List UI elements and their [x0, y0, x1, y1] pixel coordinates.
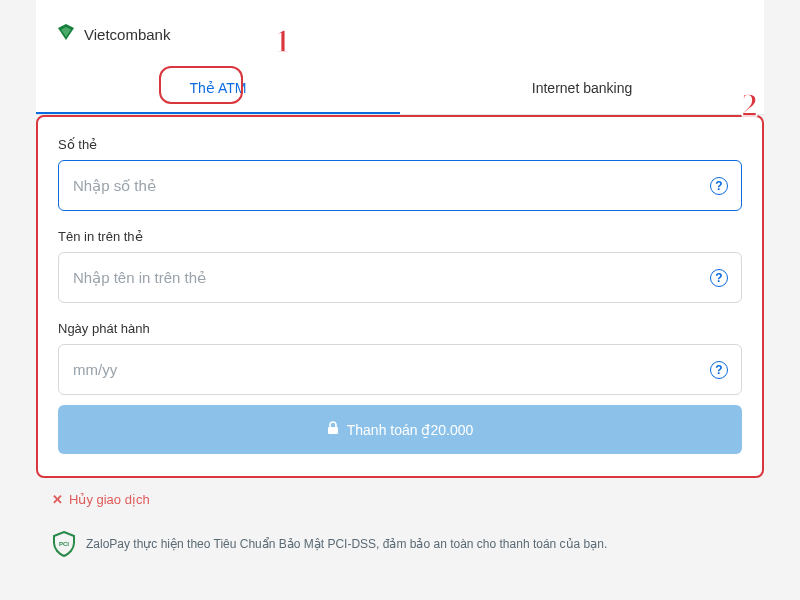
bank-header-panel: Vietcombank Thẻ ATM Internet banking	[36, 0, 764, 115]
payment-tabs: Thẻ ATM Internet banking	[36, 66, 764, 115]
close-icon: ✕	[52, 492, 63, 507]
help-icon[interactable]: ?	[710, 269, 728, 287]
issue-date-input[interactable]	[58, 344, 742, 395]
tab-atm-card[interactable]: Thẻ ATM	[36, 66, 400, 114]
issue-date-label: Ngày phát hành	[58, 321, 742, 336]
help-icon[interactable]: ?	[710, 177, 728, 195]
bank-name: Vietcombank	[84, 26, 170, 43]
card-name-label: Tên in trên thẻ	[58, 229, 742, 244]
bank-logo-wrap: Vietcombank	[56, 22, 170, 46]
card-name-group: Tên in trên thẻ ?	[58, 229, 742, 303]
pay-button[interactable]: Thanh toán ₫20.000	[58, 405, 742, 454]
cancel-transaction-link[interactable]: ✕ Hủy giao dịch	[52, 492, 800, 507]
lock-icon	[327, 421, 339, 438]
cancel-label: Hủy giao dịch	[69, 492, 150, 507]
pci-shield-icon: PCI	[52, 531, 76, 557]
bank-header: Vietcombank	[36, 0, 764, 66]
tab-internet-banking[interactable]: Internet banking	[400, 66, 764, 114]
card-number-input[interactable]	[58, 160, 742, 211]
pay-button-label: Thanh toán ₫20.000	[347, 422, 474, 438]
vietcombank-logo-icon	[56, 22, 76, 46]
card-name-input-wrap: ?	[58, 252, 742, 303]
svg-rect-0	[328, 427, 338, 434]
svg-text:PCI: PCI	[59, 541, 69, 547]
security-footer: PCI ZaloPay thực hiện theo Tiêu Chuẩn Bả…	[52, 531, 800, 557]
card-number-group: Số thẻ ?	[58, 137, 742, 211]
issue-date-group: Ngày phát hành ?	[58, 321, 742, 395]
help-icon[interactable]: ?	[710, 361, 728, 379]
card-name-input[interactable]	[58, 252, 742, 303]
issue-date-input-wrap: ?	[58, 344, 742, 395]
payment-form-card: Số thẻ ? Tên in trên thẻ ? Ngày phát hàn…	[36, 115, 764, 478]
card-number-input-wrap: ?	[58, 160, 742, 211]
security-text: ZaloPay thực hiện theo Tiêu Chuẩn Bảo Mậ…	[86, 537, 607, 551]
card-number-label: Số thẻ	[58, 137, 742, 152]
